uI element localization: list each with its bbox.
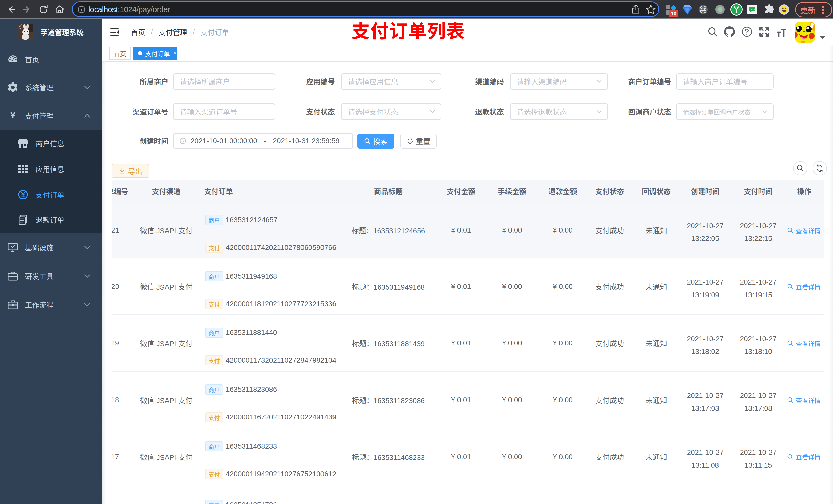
svg-text:¥: ¥ <box>10 110 15 121</box>
